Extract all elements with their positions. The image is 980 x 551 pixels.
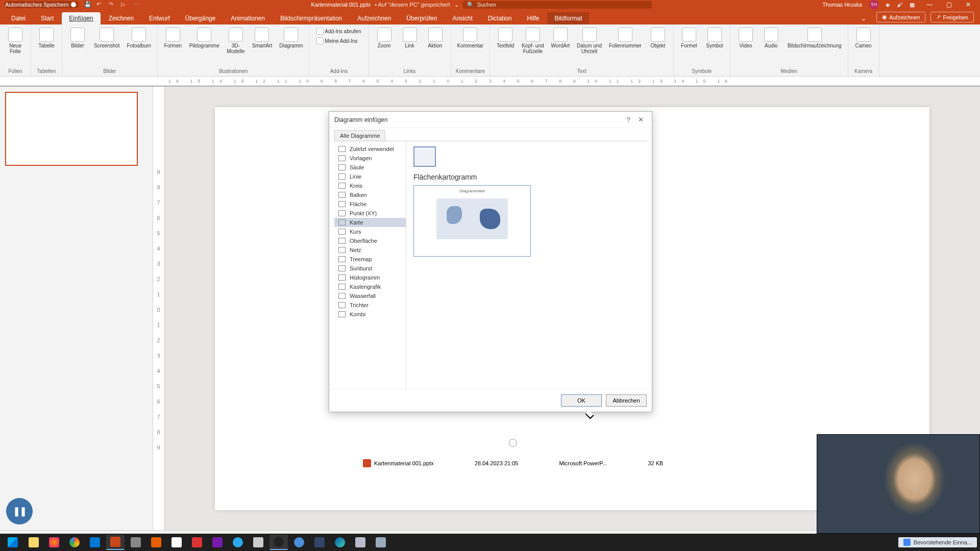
wordart-button[interactable]: WordArt (549, 27, 572, 49)
close-button[interactable]: ✕ (961, 1, 976, 8)
ribbon-tab-einfügen[interactable]: Einfügen (62, 12, 100, 24)
chart-category-linie[interactable]: Linie (334, 172, 406, 181)
screenshot-button[interactable]: Screenshot (92, 27, 122, 49)
cameo-button[interactable]: Cameo (852, 27, 875, 49)
autosave-toggle[interactable]: Automatisches Speichern (4, 1, 79, 8)
object-button[interactable]: Objekt (647, 27, 669, 49)
paintbrush-icon[interactable]: 🖌 (897, 2, 902, 8)
video-button[interactable]: Video (734, 27, 757, 49)
screen-recording-button[interactable]: Bildschirmaufzeichnung (786, 27, 844, 49)
ribbon-tab-animationen[interactable]: Animationen (224, 12, 272, 24)
taskbar-app-generic7[interactable] (351, 535, 370, 550)
link-button[interactable]: Link (399, 27, 421, 49)
taskbar-app-generic4[interactable] (249, 535, 267, 550)
taskbar-notification[interactable]: Bevorstehende Einna... (898, 537, 977, 547)
dialog-help-button[interactable]: ? (622, 116, 634, 123)
avatar[interactable]: TH (869, 0, 878, 9)
start-button[interactable] (3, 535, 22, 550)
taskbar-app-onenote[interactable] (208, 535, 227, 550)
taskbar-app-generic6[interactable] (310, 535, 329, 550)
ok-button[interactable]: OK (561, 394, 602, 407)
chevron-down-icon[interactable]: ⌄ (454, 2, 459, 8)
share-button[interactable]: ↗ Freigeben (930, 12, 974, 22)
ribbon-tab-start[interactable]: Start (34, 12, 61, 24)
photo-album-button[interactable]: Fotoalbum (125, 27, 153, 49)
ribbon-tab-entwurf[interactable]: Entwurf (142, 12, 177, 24)
ribbon-tab-übergänge[interactable]: Übergänge (178, 12, 223, 24)
table-button[interactable]: Tabelle (35, 27, 58, 49)
ribbon-tab-hilfe[interactable]: Hilfe (520, 12, 546, 24)
chart-subtype-thumb[interactable] (413, 146, 436, 167)
chart-category-treemap[interactable]: Treemap (334, 255, 406, 264)
zoom-button[interactable]: Zoom (373, 27, 396, 49)
chart-category-punktxy[interactable]: Punkt (XY) (334, 209, 406, 218)
taskbar-app-powerpoint[interactable] (106, 535, 125, 550)
filename-label[interactable]: Kartenmaterial 001.pptx (311, 2, 371, 8)
taskbar-app-generic2[interactable] (167, 535, 186, 550)
chart-button[interactable]: Diagramm (277, 27, 305, 49)
rotate-handle-icon[interactable] (509, 439, 517, 447)
slide-thumbnail[interactable]: 1 (5, 92, 138, 166)
chart-category-sunburst[interactable]: Sunburst (334, 264, 406, 273)
comment-button[interactable]: Kommentar (455, 27, 486, 49)
ribbon-tab-aufzeichnen[interactable]: Aufzeichnen (350, 12, 398, 24)
chart-category-netz[interactable]: Netz (334, 245, 406, 255)
embedded-object[interactable]: Kartenmaterial 001.pptx 28.04.2023 21:05… (363, 459, 663, 467)
taskbar-app-telegram[interactable] (229, 535, 247, 550)
chart-category-karte[interactable]: Karte (334, 218, 406, 227)
chart-category-histogramm[interactable]: Histogramm (334, 273, 406, 282)
shapes-button[interactable]: Formen (162, 27, 184, 49)
collapse-ribbon-icon[interactable]: ⌄ (854, 12, 873, 24)
my-addins-button[interactable]: Meine Add-Ins (313, 36, 364, 45)
slide-thumbnails-pane[interactable]: 1 (0, 87, 153, 533)
chart-category-oberflche[interactable]: Oberfläche (334, 236, 406, 245)
ribbon-tab-dictation[interactable]: Dictation (481, 12, 519, 24)
maximize-button[interactable]: ▢ (941, 1, 957, 8)
audio-button[interactable]: Audio (760, 27, 782, 49)
header-footer-button[interactable]: Kopf- undFußzeile (520, 27, 546, 55)
taskbar-app-firefox[interactable] (45, 535, 63, 550)
date-time-button[interactable]: Datum undUhrzeit (575, 27, 604, 55)
taskbar-app-generic8[interactable] (372, 535, 390, 550)
ribbon-tab-bildformat[interactable]: Bildformat (547, 12, 589, 24)
taskbar-app-obs[interactable] (270, 535, 288, 550)
chart-category-trichter[interactable]: Trichter (334, 300, 406, 310)
chart-category-zuletztverwendet[interactable]: Zuletzt verwendet (334, 144, 406, 154)
textbox-button[interactable]: Textfeld (494, 27, 517, 49)
taskbar-app-outlook[interactable] (86, 535, 104, 550)
chart-category-kurs[interactable]: Kurs (334, 227, 406, 236)
chart-category-list[interactable]: Zuletzt verwendetVorlagenSäuleLinieKreis… (334, 141, 406, 389)
chart-category-kombi[interactable]: Kombi (334, 310, 406, 319)
ribbon-tab-bildschirmpräsentation[interactable]: Bildschirmpräsentation (273, 12, 349, 24)
taskbar-app-edge[interactable] (331, 535, 349, 550)
equation-button[interactable]: Formel (678, 27, 700, 49)
taskbar-app-vlc[interactable] (147, 535, 165, 550)
taskbar-app-generic3[interactable] (188, 535, 206, 550)
dialog-close-button[interactable]: ✕ (634, 116, 647, 123)
3d-models-button[interactable]: 3D-Modelle (225, 27, 247, 55)
pictures-button[interactable]: Bilder (66, 27, 89, 49)
minimize-button[interactable]: — (922, 1, 937, 8)
ribbon-tab-zeichnen[interactable]: Zeichnen (102, 12, 141, 24)
smartart-button[interactable]: SmartArt (250, 27, 274, 49)
ribbon-tab-datei[interactable]: Datei (4, 12, 33, 24)
present-icon[interactable]: ▷ (121, 1, 128, 8)
redo-icon[interactable]: ↷ (109, 1, 116, 8)
taskbar-app-chrome[interactable] (65, 535, 84, 550)
chart-category-kreis[interactable]: Kreis (334, 181, 406, 190)
chart-preview-box[interactable]: Diagrammtitel (413, 185, 531, 257)
chart-category-wasserfall[interactable]: Wasserfall (334, 291, 406, 300)
chart-category-sule[interactable]: Säule (334, 163, 406, 172)
action-button[interactable]: Aktion (424, 27, 447, 49)
taskbar-app-explorer[interactable] (24, 535, 43, 550)
diamond-icon[interactable]: ◈ (886, 2, 890, 8)
ribbon-tab-ansicht[interactable]: Ansicht (445, 12, 479, 24)
pause-button[interactable] (6, 498, 33, 524)
taskbar-app-generic5[interactable] (290, 535, 308, 550)
save-icon[interactable]: 💾 (84, 1, 91, 8)
chart-category-balken[interactable]: Balken (334, 190, 406, 199)
search-input[interactable] (477, 2, 648, 8)
undo-icon[interactable]: ↶ (96, 1, 104, 8)
get-addins-button[interactable]: Add-Ins abrufen (313, 27, 364, 36)
slide-number-button[interactable]: Foliennummer (607, 27, 644, 49)
